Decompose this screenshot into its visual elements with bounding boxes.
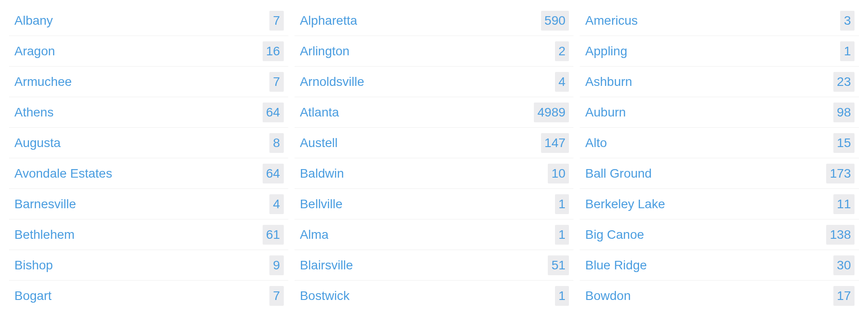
city-row: Blue Ridge30 bbox=[580, 250, 859, 281]
city-link[interactable]: Alma bbox=[300, 228, 329, 242]
city-link[interactable]: Bishop bbox=[14, 258, 53, 273]
city-count[interactable]: 173 bbox=[826, 164, 855, 183]
city-row: Athens64 bbox=[9, 97, 288, 128]
city-link[interactable]: Athens bbox=[14, 105, 54, 120]
city-row: Alma1 bbox=[295, 219, 574, 250]
city-count[interactable]: 590 bbox=[541, 11, 569, 31]
city-row: Berkeley Lake11 bbox=[580, 189, 859, 219]
city-link[interactable]: Armuchee bbox=[14, 75, 72, 89]
city-link[interactable]: Alto bbox=[585, 136, 607, 150]
city-row: Armuchee7 bbox=[9, 67, 288, 97]
city-row: Bogart7 bbox=[9, 281, 288, 311]
city-count[interactable]: 2 bbox=[555, 41, 569, 61]
city-row: Big Canoe138 bbox=[580, 219, 859, 250]
city-row: Bethlehem61 bbox=[9, 219, 288, 250]
city-row: Barnesville4 bbox=[9, 189, 288, 219]
city-count[interactable]: 7 bbox=[269, 72, 284, 92]
city-row: Avondale Estates64 bbox=[9, 158, 288, 189]
city-row: Appling1 bbox=[580, 36, 859, 67]
city-row: Baldwin10 bbox=[295, 158, 574, 189]
city-row: Atlanta4989 bbox=[295, 97, 574, 128]
city-list: Albany7Aragon16Armuchee7Athens64Augusta8… bbox=[0, 0, 868, 313]
city-link[interactable]: Arlington bbox=[300, 44, 350, 58]
city-link[interactable]: Appling bbox=[585, 44, 627, 58]
city-link[interactable]: Auburn bbox=[585, 105, 626, 120]
city-count[interactable]: 1 bbox=[555, 286, 569, 306]
city-count[interactable]: 7 bbox=[269, 286, 284, 306]
city-link[interactable]: Barnesville bbox=[14, 197, 76, 211]
city-column: Americus3Appling1Ashburn23Auburn98Alto15… bbox=[580, 5, 859, 311]
city-grid: Albany7Aragon16Armuchee7Athens64Augusta8… bbox=[9, 5, 859, 311]
city-row: Alto15 bbox=[580, 128, 859, 158]
city-row: Austell147 bbox=[295, 128, 574, 158]
city-link[interactable]: Austell bbox=[300, 136, 338, 150]
city-row: Arlington2 bbox=[295, 36, 574, 67]
city-row: Augusta8 bbox=[9, 128, 288, 158]
city-count[interactable]: 1 bbox=[555, 225, 569, 245]
city-row: Albany7 bbox=[9, 5, 288, 36]
city-link[interactable]: Big Canoe bbox=[585, 228, 644, 242]
city-link[interactable]: Ashburn bbox=[585, 75, 632, 89]
city-link[interactable]: Alpharetta bbox=[300, 13, 358, 28]
city-link[interactable]: Atlanta bbox=[300, 105, 339, 120]
city-row: Ball Ground173 bbox=[580, 158, 859, 189]
city-link[interactable]: Bellville bbox=[300, 197, 343, 211]
city-count[interactable]: 51 bbox=[548, 255, 569, 275]
city-count[interactable]: 10 bbox=[548, 164, 569, 183]
city-count[interactable]: 9 bbox=[269, 255, 284, 275]
city-link[interactable]: Bostwick bbox=[300, 289, 349, 303]
city-link[interactable]: Augusta bbox=[14, 136, 61, 150]
city-count[interactable]: 98 bbox=[833, 103, 855, 122]
city-count[interactable]: 3 bbox=[840, 11, 855, 31]
city-count[interactable]: 64 bbox=[263, 103, 284, 122]
city-row: Blairsville51 bbox=[295, 250, 574, 281]
city-link[interactable]: Avondale Estates bbox=[14, 166, 112, 181]
city-count[interactable]: 4989 bbox=[534, 103, 569, 122]
city-column: Alpharetta590Arlington2Arnoldsville4Atla… bbox=[295, 5, 574, 311]
city-link[interactable]: Americus bbox=[585, 13, 638, 28]
city-count[interactable]: 23 bbox=[833, 72, 855, 92]
city-link[interactable]: Blue Ridge bbox=[585, 258, 647, 273]
city-count[interactable]: 147 bbox=[541, 133, 569, 153]
city-count[interactable]: 1 bbox=[555, 194, 569, 214]
city-link[interactable]: Bowdon bbox=[585, 289, 631, 303]
city-row: Bowdon17 bbox=[580, 281, 859, 311]
city-count[interactable]: 1 bbox=[840, 41, 855, 61]
city-link[interactable]: Albany bbox=[14, 13, 53, 28]
city-count[interactable]: 30 bbox=[833, 255, 855, 275]
city-row: Americus3 bbox=[580, 5, 859, 36]
city-link[interactable]: Berkeley Lake bbox=[585, 197, 665, 211]
city-link[interactable]: Blairsville bbox=[300, 258, 353, 273]
city-count[interactable]: 64 bbox=[263, 164, 284, 183]
city-link[interactable]: Arnoldsville bbox=[300, 75, 364, 89]
city-count[interactable]: 17 bbox=[833, 286, 855, 306]
city-row: Auburn98 bbox=[580, 97, 859, 128]
city-row: Bostwick1 bbox=[295, 281, 574, 311]
city-row: Alpharetta590 bbox=[295, 5, 574, 36]
city-link[interactable]: Ball Ground bbox=[585, 166, 652, 181]
city-count[interactable]: 138 bbox=[826, 225, 855, 245]
city-count[interactable]: 15 bbox=[833, 133, 855, 153]
city-row: Ashburn23 bbox=[580, 67, 859, 97]
city-column: Albany7Aragon16Armuchee7Athens64Augusta8… bbox=[9, 5, 288, 311]
city-count[interactable]: 16 bbox=[263, 41, 284, 61]
city-count[interactable]: 8 bbox=[269, 133, 284, 153]
city-link[interactable]: Bethlehem bbox=[14, 228, 75, 242]
city-link[interactable]: Baldwin bbox=[300, 166, 344, 181]
city-count[interactable]: 4 bbox=[269, 194, 284, 214]
city-count[interactable]: 4 bbox=[555, 72, 569, 92]
city-link[interactable]: Bogart bbox=[14, 289, 52, 303]
city-row: Aragon16 bbox=[9, 36, 288, 67]
city-count[interactable]: 11 bbox=[833, 194, 855, 214]
city-count[interactable]: 7 bbox=[269, 11, 284, 31]
city-link[interactable]: Aragon bbox=[14, 44, 55, 58]
city-row: Arnoldsville4 bbox=[295, 67, 574, 97]
city-row: Bellville1 bbox=[295, 189, 574, 219]
city-row: Bishop9 bbox=[9, 250, 288, 281]
city-count[interactable]: 61 bbox=[263, 225, 284, 245]
